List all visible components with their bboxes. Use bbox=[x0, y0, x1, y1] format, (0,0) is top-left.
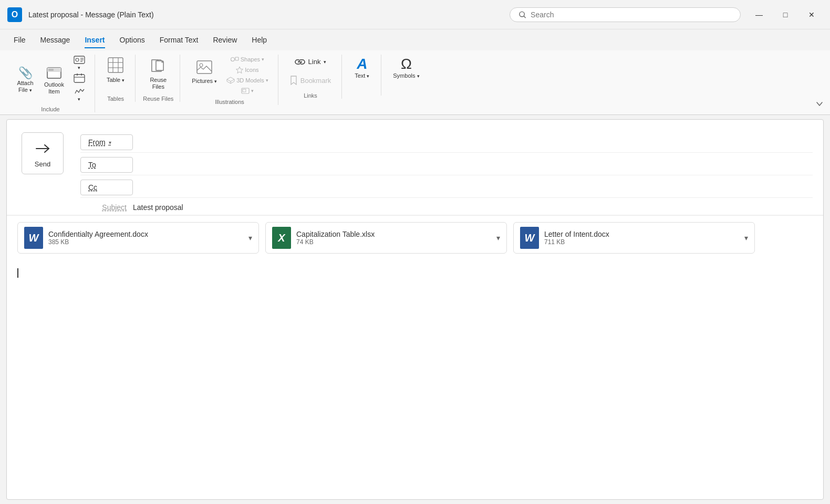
include-small-buttons: ▾ ▾ bbox=[70, 55, 88, 103]
tables-buttons: Table ▾ bbox=[102, 55, 129, 92]
to-row: To bbox=[80, 155, 813, 175]
attachment-info: Capitalization Table.xlsx 74 KB bbox=[296, 230, 491, 246]
ribbon-group-text: A Text ▾ bbox=[343, 55, 381, 96]
attachment-info: Letter of Intent.docx 711 KB bbox=[544, 230, 739, 246]
text-button[interactable]: A Text ▾ bbox=[349, 55, 375, 92]
bookmark-icon bbox=[290, 76, 297, 85]
illustrations-group-label: Illustrations bbox=[215, 99, 244, 105]
attachment-dropdown-arrow[interactable]: ▾ bbox=[248, 234, 252, 242]
from-input[interactable] bbox=[133, 135, 813, 150]
send-label: Send bbox=[35, 160, 50, 168]
link-button[interactable]: Link ▾ bbox=[286, 55, 336, 71]
to-button[interactable]: To bbox=[80, 157, 133, 173]
ribbon-group-tables: Table ▾ Tables bbox=[96, 55, 136, 102]
attachment-name: Confidentialty Agreement.docx bbox=[48, 230, 243, 238]
outlook-logo: O bbox=[7, 7, 22, 22]
maximize-button[interactable]: □ bbox=[773, 6, 797, 23]
reuse-files-button[interactable]: ReuseFiles bbox=[146, 55, 171, 92]
ribbon-group-include: 📎 AttachFile ▾ OutlookItem bbox=[6, 55, 95, 112]
from-row: From ▾ bbox=[80, 132, 813, 153]
svg-rect-14 bbox=[108, 58, 123, 72]
window-controls: — □ ✕ bbox=[747, 6, 824, 23]
attachment-name: Capitalization Table.xlsx bbox=[296, 230, 491, 238]
minimize-button[interactable]: — bbox=[747, 6, 771, 23]
send-icon bbox=[33, 139, 52, 158]
menu-options[interactable]: Options bbox=[112, 33, 152, 47]
attachment-item[interactable]: Confidentialty Agreement.docx 385 KB ▾ bbox=[17, 222, 259, 254]
calendar-button[interactable] bbox=[70, 72, 88, 84]
ribbon-group-links: Link ▾ Bookmark Links bbox=[279, 55, 343, 99]
cc-row: Cc bbox=[80, 177, 813, 198]
3d-models-button[interactable]: 3D Models ▾ bbox=[223, 76, 272, 85]
menu-bar: File Message Insert Options Format Text … bbox=[0, 29, 830, 50]
menu-message[interactable]: Message bbox=[33, 33, 78, 47]
cc-input[interactable] bbox=[133, 180, 813, 195]
search-box[interactable] bbox=[510, 7, 741, 22]
svg-line-1 bbox=[524, 16, 525, 17]
attachment-dropdown-arrow[interactable]: ▾ bbox=[744, 234, 748, 242]
contact-card-icon bbox=[74, 56, 85, 64]
attachment-dropdown-arrow[interactable]: ▾ bbox=[496, 234, 500, 242]
search-input[interactable] bbox=[531, 10, 732, 19]
subject-row: Subject Latest proposal bbox=[80, 200, 813, 215]
menu-help[interactable]: Help bbox=[244, 33, 274, 47]
window-title: Latest proposal - Message (Plain Text) bbox=[28, 10, 510, 19]
menu-review[interactable]: Review bbox=[205, 33, 244, 47]
links-buttons: Link ▾ Bookmark bbox=[286, 55, 336, 89]
reuse-files-group-label: Reuse Files bbox=[143, 96, 173, 102]
close-button[interactable]: ✕ bbox=[800, 6, 824, 23]
text-icon: A bbox=[357, 57, 367, 71]
excel-icon bbox=[272, 227, 291, 249]
reuse-files-buttons: ReuseFiles bbox=[146, 55, 171, 92]
ribbon-collapse-button[interactable] bbox=[813, 98, 826, 110]
word-icon bbox=[520, 227, 539, 249]
bookmark-button[interactable]: Bookmark bbox=[286, 72, 336, 89]
attach-file-button[interactable]: 📎 AttachFile ▾ bbox=[13, 65, 38, 103]
table-button[interactable]: Table ▾ bbox=[102, 55, 129, 92]
screenshot-button[interactable]: ▾ bbox=[223, 86, 272, 96]
attachment-size: 711 KB bbox=[544, 238, 739, 246]
menu-insert[interactable]: Insert bbox=[77, 33, 112, 47]
subject-value: Latest proposal bbox=[133, 203, 183, 212]
title-bar: O Latest proposal - Message (Plain Text)… bbox=[0, 0, 830, 29]
outlook-item-button[interactable]: OutlookItem bbox=[40, 65, 68, 103]
signature-icon bbox=[74, 86, 85, 96]
contact-card-button[interactable]: ▾ bbox=[70, 55, 88, 71]
pictures-icon bbox=[196, 60, 213, 77]
include-group-label: Include bbox=[41, 106, 59, 112]
compose-header: Send From ▾ To bbox=[7, 120, 823, 215]
shapes-button[interactable]: Shapes ▾ bbox=[223, 55, 272, 64]
icons-icon bbox=[236, 66, 243, 74]
chevron-down-icon bbox=[816, 102, 823, 106]
links-group-label: Links bbox=[304, 92, 317, 99]
screenshot-icon bbox=[241, 87, 250, 94]
svg-marker-25 bbox=[236, 67, 243, 74]
attachment-size: 74 KB bbox=[296, 238, 491, 246]
pictures-button[interactable]: Pictures ▾ bbox=[188, 58, 221, 96]
to-input[interactable] bbox=[133, 158, 813, 172]
attachment-item[interactable]: Capitalization Table.xlsx 74 KB ▾ bbox=[265, 222, 507, 254]
paperclip-icon: 📎 bbox=[18, 67, 33, 79]
attachment-info: Confidentialty Agreement.docx 385 KB bbox=[48, 230, 243, 246]
svg-rect-21 bbox=[197, 61, 212, 74]
reuse-files-icon bbox=[150, 57, 167, 76]
calendar-icon bbox=[74, 74, 85, 83]
svg-point-23 bbox=[231, 58, 234, 61]
subject-label: Subject bbox=[80, 203, 133, 212]
ribbon-group-illustrations: Pictures ▾ Shapes ▾ bbox=[181, 55, 278, 105]
attachment-item[interactable]: Letter of Intent.docx 711 KB ▾ bbox=[513, 222, 755, 254]
cc-button[interactable]: Cc bbox=[80, 180, 133, 195]
icons-button[interactable]: Icons bbox=[223, 65, 272, 75]
menu-format-text[interactable]: Format Text bbox=[152, 33, 206, 47]
from-button[interactable]: From ▾ bbox=[80, 134, 133, 150]
edit-signature-button[interactable]: ▾ bbox=[70, 85, 88, 103]
compose-fields: From ▾ To Cc bbox=[80, 128, 813, 215]
3d-models-icon bbox=[226, 77, 235, 84]
send-button[interactable]: Send bbox=[22, 132, 64, 174]
attachment-name: Letter of Intent.docx bbox=[544, 230, 739, 238]
shapes-icon bbox=[231, 56, 239, 63]
menu-file[interactable]: File bbox=[6, 33, 33, 47]
link-icon bbox=[295, 58, 305, 66]
symbols-button[interactable]: Ω Symbols ▾ bbox=[389, 55, 423, 92]
compose-body[interactable] bbox=[7, 260, 823, 499]
